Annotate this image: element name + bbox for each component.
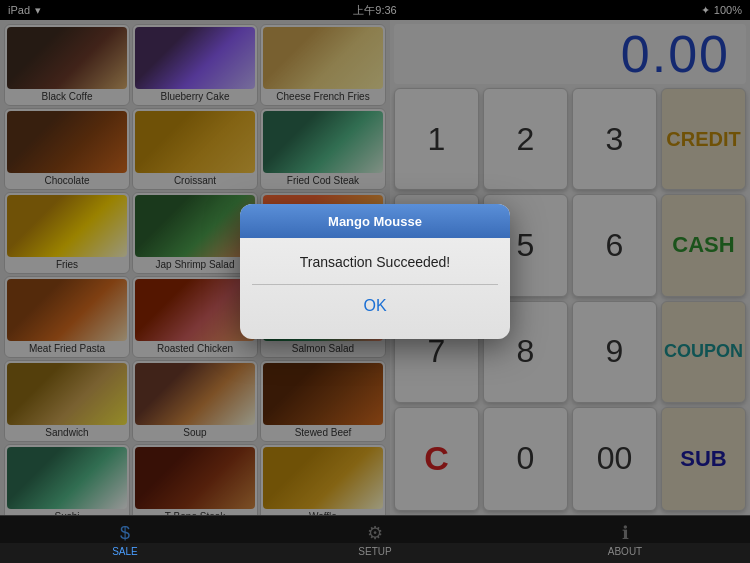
tab-setup-label: SETUP <box>358 546 391 557</box>
modal-dialog: Mango Mousse Transaction Succeeded! OK <box>240 204 510 339</box>
modal-message: Transaction Succeeded! <box>252 254 498 270</box>
modal-ok-button[interactable]: OK <box>252 289 498 323</box>
modal-title: Mango Mousse <box>328 214 422 229</box>
modal-divider <box>252 284 498 285</box>
modal-title-bar: Mango Mousse <box>240 204 510 238</box>
modal-overlay: Mango Mousse Transaction Succeeded! OK <box>0 0 750 543</box>
tab-about-label: ABOUT <box>608 546 642 557</box>
modal-body: Transaction Succeeded! OK <box>240 238 510 339</box>
tab-sale-label: SALE <box>112 546 138 557</box>
